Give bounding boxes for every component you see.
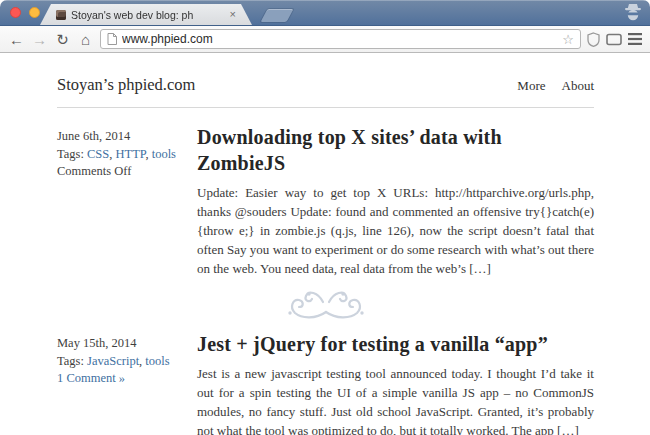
new-tab-button[interactable] — [261, 9, 294, 22]
post-tags: Tags: CSS, HTTP, tools — [57, 146, 197, 164]
post-title[interactable]: Downloading top X sites’ data with Zombi… — [197, 124, 594, 176]
incognito-spy-icon — [623, 3, 643, 25]
browser-toolbar: ← → ↻ ⌂ www.phpied.com ☆ — [0, 26, 650, 53]
address-bar[interactable]: www.phpied.com ☆ — [100, 29, 581, 49]
post-date: June 6th, 2014 — [57, 128, 197, 146]
post-excerpt: Update: Easier way to get top X URLs: ht… — [197, 183, 594, 278]
browser-window: Stoyan's web dev blog: ph × ← → ↻ ⌂ — [0, 0, 650, 435]
post-divider-ornament — [57, 287, 594, 321]
screenshot-extension-icon[interactable] — [606, 33, 622, 46]
nav-link-about[interactable]: About — [562, 78, 595, 94]
blog-post: May 15th, 2014 Tags: JavaScript, tools 1… — [57, 331, 594, 435]
posts: June 6th, 2014 Tags: CSS, HTTP, tools Co… — [57, 124, 594, 435]
post-comments-link[interactable]: 1 Comment » — [57, 370, 197, 388]
window-close-button[interactable] — [10, 7, 21, 18]
chrome-menu-icon[interactable] — [628, 33, 642, 45]
browser-titlebar: Stoyan's web dev blog: ph × — [0, 0, 650, 26]
post-title[interactable]: Jest + jQuery for testing a vanilla “app… — [197, 331, 594, 357]
post-body: Downloading top X sites’ data with Zombi… — [197, 124, 594, 278]
tag-link-javascript[interactable]: JavaScript — [87, 354, 139, 368]
tag-link-css[interactable]: CSS — [87, 147, 109, 161]
post-meta: June 6th, 2014 Tags: CSS, HTTP, tools Co… — [57, 124, 197, 278]
forward-button[interactable]: → — [31, 32, 48, 47]
nav-link-more[interactable]: More — [517, 78, 545, 94]
browser-tab[interactable]: Stoyan's web dev blog: ph × — [40, 4, 252, 25]
page-content: Stoyan’s phpied.com More About June 6th,… — [0, 53, 650, 435]
header-divider — [57, 107, 594, 108]
shield-extension-icon[interactable] — [587, 32, 600, 47]
post-meta: May 15th, 2014 Tags: JavaScript, tools 1… — [57, 331, 197, 435]
site-header: Stoyan’s phpied.com More About — [57, 71, 594, 107]
site-title-link[interactable]: Stoyan’s phpied.com — [57, 75, 517, 95]
blog-post: June 6th, 2014 Tags: CSS, HTTP, tools Co… — [57, 124, 594, 278]
tag-link-tools[interactable]: tools — [145, 354, 169, 368]
post-date: May 15th, 2014 — [57, 335, 197, 353]
tags-label: Tags: — [57, 147, 87, 161]
tag-link-tools[interactable]: tools — [152, 147, 176, 161]
url-text[interactable]: www.phpied.com — [122, 32, 557, 46]
post-body: Jest + jQuery for testing a vanilla “app… — [197, 331, 594, 435]
site-favicon-icon — [56, 10, 66, 20]
bookmark-star-icon[interactable]: ☆ — [562, 33, 574, 46]
tab-title: Stoyan's web dev blog: ph — [71, 9, 226, 21]
post-excerpt: Jest is a new javascript testing tool an… — [197, 364, 594, 435]
home-button[interactable]: ⌂ — [77, 32, 94, 47]
window-minimize-button[interactable] — [29, 7, 40, 18]
post-tags: Tags: JavaScript, tools — [57, 353, 197, 371]
tag-link-http[interactable]: HTTP — [116, 147, 146, 161]
page-icon — [107, 33, 117, 45]
tab-close-icon[interactable]: × — [230, 9, 236, 20]
reload-button[interactable]: ↻ — [54, 32, 71, 47]
tags-label: Tags: — [57, 354, 87, 368]
post-comments: Comments Off — [57, 163, 197, 181]
site-nav: More About — [517, 78, 594, 94]
back-button[interactable]: ← — [8, 32, 25, 47]
